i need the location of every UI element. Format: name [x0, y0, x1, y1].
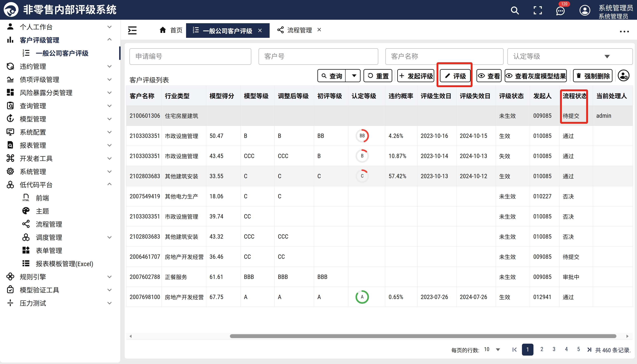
svg-text:3: 3	[23, 54, 24, 57]
svg-text:3: 3	[193, 31, 194, 34]
svg-text:HTML: HTML	[23, 199, 30, 202]
